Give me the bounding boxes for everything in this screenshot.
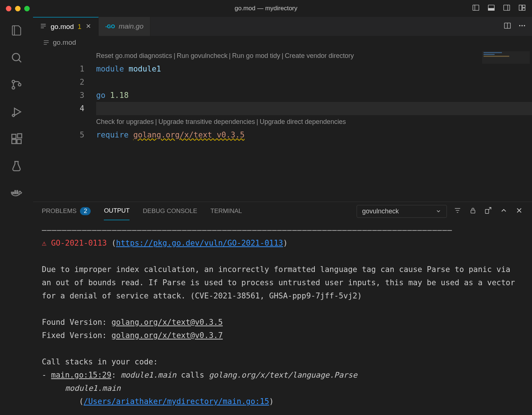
lock-scroll-icon[interactable] bbox=[469, 206, 477, 216]
tab-label: go.mod bbox=[51, 23, 74, 31]
stack-callee: golang.org/x/text/language.Parse bbox=[209, 371, 357, 379]
output-body[interactable]: ————————————————————————————————————————… bbox=[33, 220, 532, 415]
warning-icon: ⚠ bbox=[42, 236, 47, 250]
bottom-panel: PROBLEMS 2 OUTPUT DEBUG CONSOLE TERMINAL… bbox=[33, 202, 532, 415]
panel-right-icon[interactable] bbox=[503, 4, 511, 13]
search-icon[interactable] bbox=[10, 51, 23, 65]
problems-badge: 2 bbox=[80, 207, 91, 215]
close-panel-icon[interactable] bbox=[515, 206, 523, 216]
breadcrumb[interactable]: go.mod bbox=[33, 36, 532, 49]
file-icon bbox=[40, 22, 47, 32]
svg-rect-3 bbox=[488, 8, 495, 11]
close-window-button[interactable] bbox=[6, 6, 11, 11]
codelens-row-1[interactable]: Reset go.mod diagnostics|Run govulncheck… bbox=[96, 49, 532, 62]
svg-rect-16 bbox=[12, 139, 16, 143]
more-actions-icon[interactable] bbox=[518, 22, 526, 31]
maximize-window-button[interactable] bbox=[24, 6, 30, 11]
chevron-down-icon bbox=[436, 208, 441, 214]
svg-rect-24 bbox=[17, 190, 18, 192]
svg-line-10 bbox=[19, 60, 21, 62]
stack-frame: module1.main bbox=[65, 384, 121, 393]
found-version-label: Found Version: bbox=[42, 318, 112, 327]
svg-point-9 bbox=[12, 54, 20, 61]
codelens-row-2[interactable]: Check for upgrades|Upgrade transitive de… bbox=[96, 115, 532, 128]
stack-path-link[interactable]: /Users/ariathaker/mydirectory/main.go:15 bbox=[84, 397, 269, 406]
svg-rect-18 bbox=[18, 134, 22, 138]
panel-left-icon[interactable] bbox=[472, 4, 480, 13]
clear-output-icon[interactable] bbox=[484, 206, 492, 216]
window-controls bbox=[6, 6, 30, 11]
extensions-icon[interactable] bbox=[10, 132, 23, 146]
vuln-id: GO-2021-0113 bbox=[51, 239, 107, 247]
docker-icon[interactable] bbox=[10, 186, 23, 200]
titlebar-actions bbox=[472, 4, 526, 13]
svg-rect-0 bbox=[473, 5, 479, 11]
svg-rect-17 bbox=[17, 139, 21, 143]
svg-point-32 bbox=[519, 25, 521, 26]
run-debug-icon[interactable] bbox=[10, 105, 23, 119]
filter-icon[interactable] bbox=[453, 206, 462, 216]
explorer-icon[interactable] bbox=[10, 23, 23, 37]
editor-tabs: go.mod 1 -GO main.go bbox=[33, 17, 532, 36]
close-tab-icon[interactable] bbox=[85, 23, 92, 31]
svg-point-14 bbox=[12, 114, 15, 117]
stack-caller: module1.main bbox=[121, 371, 176, 379]
panel-tabs: PROBLEMS 2 OUTPUT DEBUG CONSOLE TERMINAL… bbox=[33, 202, 532, 220]
tab-label: main.go bbox=[119, 22, 143, 30]
fixed-version-label: Fixed Version: bbox=[42, 331, 112, 340]
activity-bar bbox=[0, 17, 33, 415]
tabs-actions bbox=[498, 17, 532, 36]
svg-point-13 bbox=[18, 83, 21, 86]
svg-rect-41 bbox=[471, 210, 475, 213]
panel-tab-problems[interactable]: PROBLEMS 2 bbox=[42, 202, 91, 220]
fixed-version-value: golang.org/x/text@v0.3.7 bbox=[112, 331, 223, 340]
breadcrumb-file: go.mod bbox=[53, 38, 76, 47]
svg-point-12 bbox=[12, 87, 15, 89]
code-content[interactable]: Reset go.mod diagnostics|Run govulncheck… bbox=[96, 49, 532, 202]
svg-rect-8 bbox=[522, 8, 525, 10]
minimize-window-button[interactable] bbox=[15, 6, 21, 11]
panel-tab-debug-console[interactable]: DEBUG CONSOLE bbox=[143, 202, 197, 220]
svg-point-11 bbox=[12, 80, 15, 83]
code-editor[interactable]: 1 2 3 4 5 Reset go.mod diagnostics|Run g… bbox=[33, 49, 532, 202]
svg-rect-42 bbox=[485, 209, 489, 213]
line-numbers: 1 2 3 4 5 bbox=[33, 49, 96, 202]
call-stacks-label: Call stacks in your code: bbox=[42, 357, 158, 366]
go-file-icon: -GO bbox=[105, 23, 115, 29]
chevron-up-icon[interactable] bbox=[500, 206, 508, 216]
vuln-link[interactable]: https://pkg.go.dev/vuln/GO-2021-0113 bbox=[116, 239, 283, 247]
panel-bottom-icon[interactable] bbox=[487, 4, 495, 13]
titlebar: go.mod — mydirectory bbox=[0, 0, 532, 17]
stack-location[interactable]: main.go:15:29 bbox=[51, 371, 111, 379]
panel-tab-output[interactable]: OUTPUT bbox=[104, 202, 130, 220]
tab-main-go[interactable]: -GO main.go bbox=[99, 17, 150, 36]
dirty-indicator: 1 bbox=[77, 23, 81, 31]
svg-point-34 bbox=[524, 25, 525, 26]
svg-point-33 bbox=[521, 25, 523, 26]
window-title: go.mod — mydirectory bbox=[235, 5, 298, 12]
split-editor-icon[interactable] bbox=[503, 22, 511, 31]
svg-rect-15 bbox=[12, 134, 16, 138]
output-divider: ————————————————————————————————————————… bbox=[42, 225, 452, 234]
svg-rect-4 bbox=[504, 5, 510, 11]
vuln-description: Due to improper index calculation, an in… bbox=[42, 265, 520, 300]
output-channel-select[interactable]: govulncheck bbox=[357, 205, 447, 218]
svg-rect-6 bbox=[519, 5, 522, 11]
tab-go-mod[interactable]: go.mod 1 bbox=[33, 17, 99, 36]
svg-rect-7 bbox=[522, 5, 525, 7]
file-icon bbox=[43, 39, 50, 46]
editor-group: go.mod 1 -GO main.go go.mod bbox=[33, 17, 532, 415]
layout-icon[interactable] bbox=[518, 4, 526, 13]
found-version-value: golang.org/x/text@v0.3.5 bbox=[112, 318, 223, 327]
panel-tab-terminal[interactable]: TERMINAL bbox=[211, 202, 242, 220]
source-control-icon[interactable] bbox=[10, 78, 23, 92]
minimap[interactable] bbox=[482, 51, 530, 64]
testing-icon[interactable] bbox=[10, 159, 23, 173]
svg-rect-23 bbox=[14, 190, 16, 192]
